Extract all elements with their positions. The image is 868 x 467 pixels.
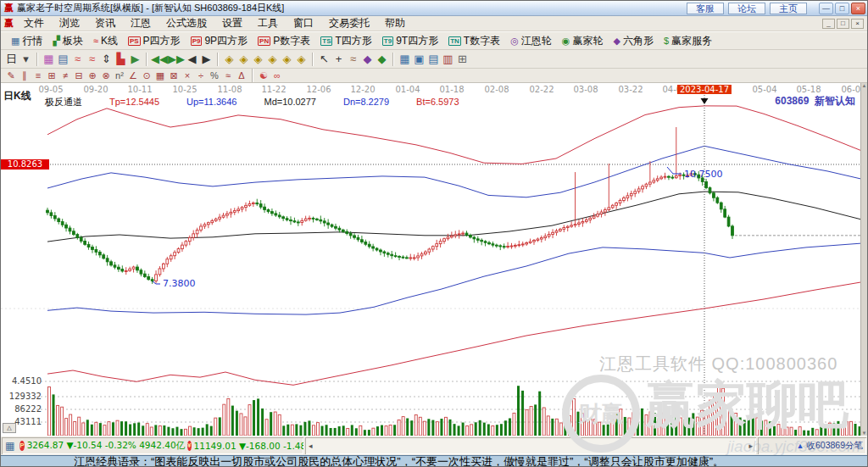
toolbar-button-kline[interactable]: ≈K线 (88, 33, 123, 49)
window-title: 赢家老子时空周期系统[纵横版] - [新智认知 SH603869-184日K线] (17, 2, 284, 14)
date-label: 03-08 (573, 85, 598, 94)
grid-tool-icon[interactable]: ⊞ (45, 69, 58, 81)
green-stamp-icon[interactable]: ◆ (375, 52, 389, 67)
save-red-icon[interactable]: ▥ (441, 52, 455, 67)
gann-diamond-6-icon[interactable]: ◈ (294, 52, 309, 67)
kline-mode-icon[interactable]: ▙ (114, 52, 128, 67)
freeline-icon[interactable]: ≈ (346, 52, 360, 67)
menu-item-9[interactable]: 交易委托 (321, 16, 377, 31)
titlebar-button-2[interactable]: 论坛 (728, 3, 765, 14)
percent-tool-icon[interactable]: % (208, 69, 221, 81)
right-scrollbar[interactable]: ▲▼ (860, 83, 867, 436)
export-icon[interactable]: ⊞ (455, 52, 470, 67)
angle-lines-icon[interactable]: ≠ (58, 69, 72, 81)
menu-item-4[interactable]: 江恩 (123, 16, 159, 31)
wave-tool-icon[interactable]: ≈ (221, 69, 235, 81)
circle-cross-icon[interactable]: ⊕ (86, 69, 99, 81)
ratio-tool-icon[interactable]: ÷ (194, 69, 208, 81)
menu-item-8[interactable]: 窗口 (286, 16, 321, 31)
toolbar-button-t-number-table[interactable]: TNT数字表 (443, 33, 505, 49)
titlebar-button-1[interactable]: 客服 (687, 3, 724, 14)
toolbar-button-winner-service[interactable]: $赢家服务 (659, 33, 717, 49)
menu-item-10[interactable]: 帮助 (377, 16, 413, 31)
mdi-restore-button[interactable]: □ (837, 19, 849, 29)
maximize-button[interactable]: □ (835, 3, 849, 14)
toolbar-button-p-number-table[interactable]: PNP数字表 (253, 33, 315, 49)
gann-grid-icon[interactable]: ▦ (153, 69, 167, 81)
menu-item-5[interactable]: 公式选股 (159, 16, 214, 31)
last-bar-icon[interactable]: ▶▶ (168, 52, 185, 67)
mdi-close-button[interactable]: × (851, 19, 864, 29)
gann-diamond-2-icon[interactable]: ◈ (236, 52, 251, 67)
quotes-icon: ▦ (11, 36, 19, 46)
curve-icon[interactable]: ≈ (70, 52, 85, 67)
play-icon[interactable]: ▶ (128, 52, 142, 67)
toolbar-button-gann-wheel[interactable]: ◎江恩轮 (505, 33, 557, 49)
gann-diamond-4-icon[interactable]: ◈ (265, 52, 280, 67)
toolbar-button-label: K线 (101, 34, 118, 48)
mdi-minimize-button[interactable]: _ (822, 19, 835, 29)
document-icon[interactable]: ▤ (56, 52, 70, 67)
toolbar-button-nine-t-square[interactable]: T99T四方形 (377, 33, 443, 49)
curve2-icon[interactable]: ≈ (85, 52, 99, 67)
box-x-icon[interactable]: ⊠ (167, 69, 181, 81)
zoom-out-button[interactable]: △ (3, 423, 16, 433)
period-dropdown-icon[interactable]: ▾ (19, 52, 33, 67)
close-button[interactable]: × (851, 3, 865, 14)
app-logo-icon: 赢 (4, 2, 14, 14)
toolbar-button-quotes[interactable]: ▦行情 (6, 33, 47, 49)
grid-window-icon[interactable]: ▦ (42, 52, 56, 67)
date-label: 11-08 (217, 85, 242, 94)
prev-bar-icon[interactable]: ◀ (185, 52, 199, 67)
delta-tool-icon[interactable]: Δ (235, 69, 248, 81)
toolbar-button-p-square[interactable]: PSP四方形 (123, 33, 186, 49)
draw-pencil-icon[interactable]: ✎ (4, 69, 18, 81)
cycle-circle-icon[interactable]: ⊙ (140, 69, 153, 81)
cross-tool-icon[interactable]: × (181, 69, 194, 81)
gann-wheel-icon: ◎ (510, 36, 519, 46)
n-square-icon[interactable]: n² (113, 69, 126, 81)
vertical-scale-icon[interactable]: ⇕ (99, 52, 114, 67)
menu-item-3[interactable]: 资讯 (87, 16, 123, 31)
period-day-icon[interactable]: 日 (4, 52, 19, 67)
toolbar-separator (312, 53, 314, 66)
toolbar-button-label: T数字表 (464, 34, 500, 48)
yin-yang-icon[interactable]: ☯ (257, 69, 270, 81)
menu-item-2[interactable]: 浏览 (52, 16, 87, 31)
crosshair-icon[interactable]: + (331, 52, 346, 67)
gann-diamond-5-icon[interactable]: ◈ (280, 52, 294, 67)
pointer-icon[interactable]: ↖ (317, 52, 331, 67)
purple-stamp-icon[interactable]: ◆ (360, 52, 375, 67)
menu-item-1[interactable]: 文件 (16, 16, 52, 31)
band-tool-icon[interactable]: ⊟ (72, 69, 86, 81)
calculator-icon[interactable]: ▣ (412, 52, 426, 67)
menu-item-6[interactable]: 设置 (214, 16, 250, 31)
scroll-left-icon[interactable]: ◂ (309, 442, 313, 450)
toolbar-separator (252, 69, 253, 82)
toolbar-button-winner-wheel[interactable]: ◉赢家轮 (557, 33, 609, 49)
circle-x-icon[interactable]: ⊗ (99, 69, 113, 81)
titlebar-button-3[interactable]: 主页 (770, 3, 807, 14)
gann-diamond-3-icon[interactable]: ◈ (251, 52, 265, 67)
calendar-icon[interactable]: ▦ (398, 52, 412, 67)
infinity-icon[interactable]: ∞ (270, 69, 284, 81)
chart-area: 江恩工具软件 QQ:100800360 财赢 赢家聊吧 7.380010.750… (1, 83, 867, 436)
volume-scale-label: 129332 (6, 392, 42, 401)
save-icon[interactable]: ▤ (426, 52, 441, 67)
gann-angle-icon[interactable]: ∠ (126, 69, 140, 81)
date-label-highlight: 2023-04-17 (677, 85, 732, 94)
first-bar-icon[interactable]: ◀◀ (151, 52, 168, 67)
quote-marquee: 江恩经典语录：“图表能反映出一切股市或公司股民的总体心理状况”，“不要一次性买进… (1, 455, 867, 467)
horizontal-lines-icon[interactable]: ≡ (31, 69, 45, 81)
next-bar-icon[interactable]: ▶ (199, 52, 214, 67)
toolbar-button-t-square[interactable]: TST四方形 (315, 33, 377, 49)
toolbar-separator (146, 53, 147, 66)
horizontal-scrollbar[interactable]: ◂ ▸ (305, 437, 756, 454)
minimize-button[interactable]: — (819, 3, 833, 14)
gann-diamond-1-icon[interactable]: ◈ (222, 52, 236, 67)
menu-item-7[interactable]: 工具 (250, 16, 286, 31)
toolbar-button-hexagon[interactable]: ◆六角形 (608, 33, 658, 49)
parallel-lines-icon[interactable]: ∥ (18, 69, 31, 81)
toolbar-button-nine-p-square[interactable]: P99P四方形 (186, 33, 253, 49)
toolbar-button-sectors[interactable]: ▞板块 (47, 33, 87, 49)
